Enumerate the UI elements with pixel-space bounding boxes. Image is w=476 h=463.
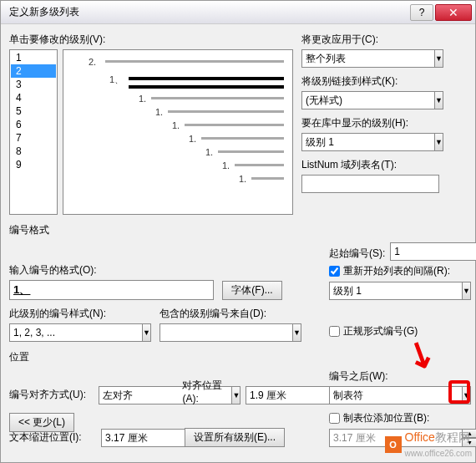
level-item[interactable]: 4 <box>11 91 56 104</box>
link-style-select[interactable]: ▼ <box>301 91 439 109</box>
align-label: 编号对齐方式(U): <box>9 388 90 402</box>
annotation-highlight <box>448 380 470 404</box>
window-title: 定义新多级列表 <box>4 5 410 19</box>
restart-label: 重新开始列表的间隔(R): <box>343 264 450 278</box>
enter-fmt-label: 输入编号的格式(O): <box>9 263 214 277</box>
help-button[interactable]: ? <box>410 4 433 21</box>
chevron-down-icon[interactable]: ▼ <box>463 282 471 300</box>
level-item[interactable]: 2 <box>11 64 56 78</box>
gallery-label: 要在库中显示的级别(H): <box>301 116 439 130</box>
level-item[interactable]: 3 <box>11 78 56 91</box>
chevron-down-icon[interactable]: ▼ <box>143 323 151 342</box>
listnum-label: ListNum 域列表名(T): <box>301 158 439 172</box>
chevron-down-icon[interactable]: ▼ <box>293 323 301 342</box>
chevron-down-icon[interactable]: ▼ <box>435 91 443 109</box>
numstyle-label: 此级别的编号样式(N): <box>9 307 151 321</box>
levels-label: 单击要修改的级别(V): <box>9 33 293 47</box>
tab-stop-checkbox[interactable] <box>329 413 340 424</box>
align-at-label: 对齐位置(A): <box>182 379 237 404</box>
level-item[interactable]: 7 <box>11 131 56 145</box>
set-all-button[interactable]: 设置所有级别(E)... <box>185 428 285 447</box>
level-item[interactable]: 6 <box>11 118 56 131</box>
preview-pane: 2. 1、 1. 1. 1. 1. 1. <box>63 49 293 215</box>
start-at-label: 起始编号(S): <box>329 247 385 261</box>
tab-stop-label: 制表位添加位置(B): <box>343 411 429 425</box>
section-numfmt: 编号格式 <box>9 223 467 237</box>
align-select[interactable]: ▼ <box>99 386 174 404</box>
apply-to-label: 将更改应用于(C): <box>301 33 439 47</box>
level-item[interactable]: 1 <box>11 51 56 64</box>
listnum-input[interactable] <box>301 175 439 193</box>
legal-checkbox[interactable] <box>329 326 340 337</box>
close-button[interactable]: ✕ <box>435 4 472 21</box>
follow-label: 编号之后(W): <box>329 369 467 384</box>
apply-to-select[interactable]: ▼ <box>301 49 439 68</box>
chevron-down-icon[interactable]: ▼ <box>435 49 443 68</box>
logo-icon: O <box>385 436 402 453</box>
include-from-label: 包含的级别编号来自(D): <box>160 307 285 321</box>
section-pos: 位置 <box>9 350 467 364</box>
levels-listbox[interactable]: 1 2 3 4 5 6 7 8 9 <box>9 49 58 215</box>
numstyle-select[interactable]: ▼ <box>9 323 151 342</box>
indent-at-label: 文本缩进位置(I): <box>9 430 93 445</box>
gallery-select[interactable]: ▼ <box>301 133 439 151</box>
chevron-down-icon[interactable]: ▼ <box>435 133 443 151</box>
start-at-input[interactable] <box>390 242 476 261</box>
restart-checkbox[interactable] <box>329 266 340 277</box>
link-style-label: 将级别链接到样式(K): <box>301 74 439 89</box>
less-button[interactable]: << 更少(L) <box>9 413 74 432</box>
font-button[interactable]: 字体(F)... <box>222 281 282 300</box>
restart-select[interactable]: ▼ <box>329 282 467 300</box>
level-item[interactable]: 8 <box>11 145 56 158</box>
level-item[interactable]: 5 <box>11 104 56 118</box>
level-item[interactable]: 9 <box>11 158 56 171</box>
titlebar: 定义新多级列表 ? ✕ <box>1 1 475 24</box>
legal-label: 正规形式编号(G) <box>343 324 418 338</box>
watermark: O Office教程网 www.office26.com <box>385 430 472 459</box>
enter-fmt-input[interactable] <box>9 280 214 300</box>
follow-select[interactable]: ▼ <box>329 386 467 404</box>
include-from-select[interactable]: ▼ <box>160 323 285 342</box>
